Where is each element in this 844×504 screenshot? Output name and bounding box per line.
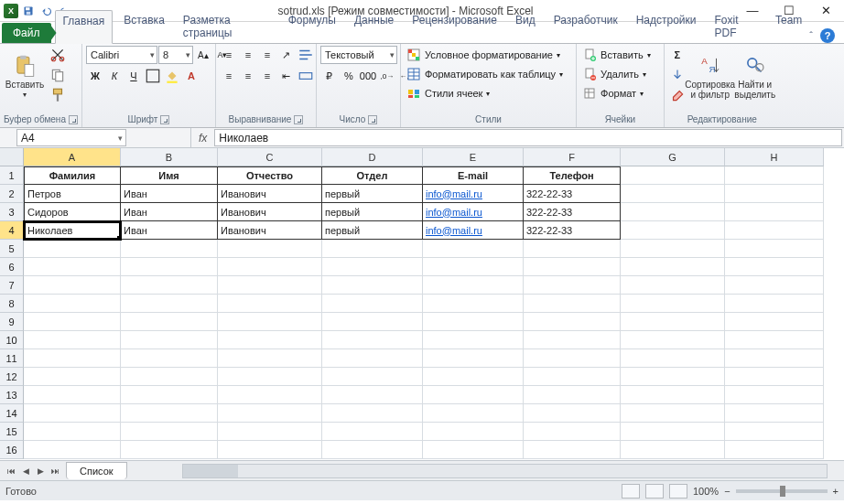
cell[interactable] bbox=[423, 276, 524, 295]
cell[interactable] bbox=[24, 313, 121, 331]
cell[interactable] bbox=[322, 240, 423, 258]
cell[interactable] bbox=[725, 203, 824, 221]
cell[interactable] bbox=[423, 404, 524, 423]
row-header[interactable]: 10 bbox=[0, 331, 24, 349]
column-header[interactable]: B bbox=[121, 148, 218, 166]
cell[interactable] bbox=[423, 258, 524, 276]
cell[interactable] bbox=[621, 441, 725, 459]
cell[interactable] bbox=[218, 258, 322, 276]
align-dialog-launcher[interactable] bbox=[294, 115, 303, 124]
email-link[interactable]: info@mail.ru bbox=[423, 185, 524, 203]
cell[interactable]: Иванович bbox=[218, 185, 322, 203]
row-header[interactable]: 14 bbox=[0, 404, 24, 423]
cell[interactable] bbox=[725, 166, 824, 185]
align-center-button[interactable]: ≡ bbox=[239, 67, 257, 85]
cell[interactable] bbox=[524, 423, 621, 441]
cell[interactable] bbox=[423, 295, 524, 313]
cell[interactable] bbox=[218, 331, 322, 349]
cell[interactable] bbox=[725, 404, 824, 423]
save-button[interactable] bbox=[20, 3, 37, 19]
cell[interactable] bbox=[121, 258, 218, 276]
cut-button[interactable] bbox=[49, 46, 67, 64]
cell[interactable] bbox=[621, 240, 725, 258]
cell[interactable] bbox=[24, 404, 121, 423]
zoom-slider[interactable] bbox=[736, 489, 828, 493]
email-link[interactable]: info@mail.ru bbox=[423, 221, 524, 240]
percent-button[interactable]: % bbox=[340, 67, 358, 85]
cell[interactable] bbox=[423, 240, 524, 258]
cell[interactable] bbox=[524, 331, 621, 349]
align-right-button[interactable]: ≡ bbox=[258, 67, 276, 85]
sheet-tab[interactable]: Список bbox=[66, 462, 127, 479]
cell[interactable] bbox=[423, 331, 524, 349]
cell[interactable] bbox=[322, 295, 423, 313]
cell[interactable] bbox=[621, 386, 725, 404]
cell[interactable] bbox=[524, 404, 621, 423]
clear-button[interactable] bbox=[668, 86, 687, 104]
row-header[interactable]: 1 bbox=[0, 166, 24, 185]
merge-button[interactable] bbox=[297, 67, 315, 85]
row-header[interactable]: 5 bbox=[0, 240, 24, 258]
cell[interactable] bbox=[725, 331, 824, 349]
sheet-nav-prev[interactable]: ◀ bbox=[18, 464, 33, 478]
border-button[interactable] bbox=[144, 67, 162, 85]
fill-button[interactable] bbox=[668, 66, 687, 84]
cell[interactable]: Отчество bbox=[218, 166, 322, 185]
cell[interactable] bbox=[725, 368, 824, 386]
cell[interactable] bbox=[121, 404, 218, 423]
autosum-button[interactable]: Σ bbox=[668, 46, 687, 64]
cell[interactable] bbox=[121, 276, 218, 295]
cell[interactable] bbox=[218, 368, 322, 386]
font-color-button[interactable]: A bbox=[182, 67, 200, 85]
cell[interactable] bbox=[621, 258, 725, 276]
conditional-formatting-button[interactable]: Условное форматирование▾ bbox=[405, 46, 569, 64]
tab-разработчик[interactable]: Разработчик bbox=[546, 10, 625, 43]
cell[interactable] bbox=[621, 423, 725, 441]
cell[interactable]: Фамилия bbox=[24, 166, 121, 185]
increase-decimal-button[interactable]: ,0→ bbox=[378, 67, 396, 85]
cell[interactable] bbox=[725, 240, 824, 258]
cell[interactable] bbox=[322, 441, 423, 459]
cell[interactable] bbox=[524, 313, 621, 331]
cell[interactable] bbox=[218, 404, 322, 423]
cell[interactable] bbox=[121, 423, 218, 441]
cell[interactable] bbox=[621, 404, 725, 423]
tab-разметка страницы[interactable]: Разметка страницы bbox=[176, 10, 277, 43]
row-header[interactable]: 9 bbox=[0, 313, 24, 331]
sheet-nav-last[interactable]: ⏭ bbox=[48, 464, 62, 478]
sheet-nav-first[interactable]: ⏮ bbox=[4, 464, 18, 478]
cell[interactable] bbox=[725, 386, 824, 404]
tab-главная[interactable]: Главная bbox=[55, 10, 114, 44]
font-size-combo[interactable]: 8 bbox=[158, 46, 193, 64]
cell[interactable] bbox=[524, 276, 621, 295]
cell[interactable] bbox=[423, 313, 524, 331]
select-all-corner[interactable] bbox=[0, 148, 24, 166]
column-header[interactable]: E bbox=[423, 148, 524, 166]
row-header[interactable]: 7 bbox=[0, 276, 24, 295]
currency-button[interactable]: ₽ bbox=[320, 67, 339, 85]
cell[interactable]: 322-22-33 bbox=[524, 185, 621, 203]
cell[interactable] bbox=[218, 295, 322, 313]
align-top-button[interactable]: ≡ bbox=[220, 46, 238, 64]
cell[interactable] bbox=[621, 276, 725, 295]
cell[interactable] bbox=[121, 313, 218, 331]
cell[interactable] bbox=[423, 441, 524, 459]
cell[interactable] bbox=[121, 441, 218, 459]
cell[interactable] bbox=[322, 313, 423, 331]
italic-button[interactable]: К bbox=[105, 67, 124, 85]
tab-формулы[interactable]: Формулы bbox=[281, 10, 343, 43]
row-header[interactable]: 8 bbox=[0, 295, 24, 313]
decrease-indent-button[interactable]: ⇤ bbox=[277, 67, 296, 85]
cell[interactable] bbox=[218, 386, 322, 404]
cell[interactable] bbox=[423, 349, 524, 368]
cell[interactable] bbox=[725, 295, 824, 313]
zoom-out-button[interactable]: − bbox=[724, 486, 730, 497]
row-header[interactable]: 15 bbox=[0, 423, 24, 441]
cell[interactable] bbox=[524, 240, 621, 258]
cell[interactable] bbox=[24, 276, 121, 295]
cell[interactable] bbox=[725, 221, 824, 240]
zoom-in-button[interactable]: + bbox=[833, 486, 839, 497]
row-header[interactable]: 13 bbox=[0, 386, 24, 404]
cell[interactable]: 322-22-33 bbox=[524, 203, 621, 221]
number-format-combo[interactable]: Текстовый bbox=[320, 46, 397, 64]
